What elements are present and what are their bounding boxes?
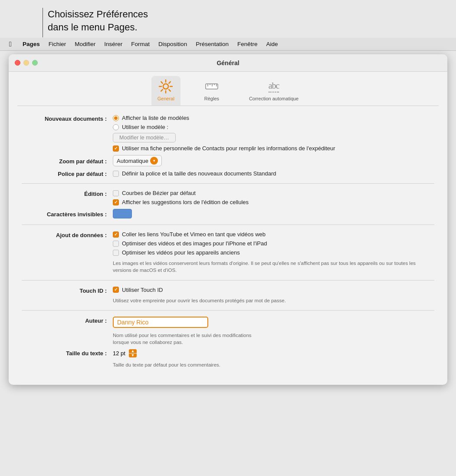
minimize-button[interactable] — [23, 60, 29, 66]
checkbox-suggestions[interactable] — [113, 199, 119, 205]
ajout-donnees-row: Ajout de données : Coller les liens YouT… — [22, 231, 434, 274]
ruler-icon — [204, 79, 220, 94]
menu-fichier[interactable]: Fichier — [44, 38, 71, 50]
checkbox-police[interactable] — [113, 171, 119, 177]
menu-inserer[interactable]: Insérer — [100, 38, 127, 50]
settings-content: Nouveaux documents : Afficher la liste d… — [9, 106, 447, 385]
checkbox-youtube[interactable] — [113, 231, 119, 238]
svg-rect-9 — [206, 84, 218, 89]
svg-line-6 — [169, 90, 171, 92]
zoom-option: Automatique ▾ — [113, 155, 434, 166]
zoom-value: Automatique — [117, 158, 148, 164]
option-use-model: Utiliser le modèle : — [113, 124, 434, 130]
nouveaux-documents-content: Afficher la liste de modèles Utiliser le… — [113, 115, 434, 152]
tab-autocorrect-label: Correction automatique — [249, 96, 299, 101]
taille-texte-desc: Taille du texte par défaut pour les comm… — [113, 361, 434, 368]
edition-label: Édition : — [22, 190, 113, 197]
police-label: Police par défaut : — [22, 170, 113, 177]
auteur-row: Auteur : Nom utilisé pour les commentair… — [22, 317, 434, 346]
menu-disposition[interactable]: Disposition — [154, 38, 191, 50]
zoom-label: Zoom par défaut : — [22, 157, 113, 165]
tab-rules-label: Règles — [204, 96, 219, 101]
taille-texte-row: Taille du texte : 12 pt ▲ ▼ Taille du te… — [22, 349, 434, 368]
apple-menu[interactable]:  — [4, 40, 16, 48]
zoom-dropdown[interactable]: Automatique ▾ — [113, 155, 162, 166]
option-show-models-label: Afficher la liste de modèles — [122, 115, 189, 121]
ajout-donnees-content: Coller les liens YouTube et Vimeo en tan… — [113, 231, 434, 274]
option-optimize-old-label: Optimiser les vidéos pour les appareils … — [122, 249, 240, 256]
gear-icon — [158, 79, 174, 94]
radio-use-model[interactable] — [113, 124, 119, 130]
option-optimize-old: Optimiser les vidéos pour les appareils … — [113, 249, 434, 256]
menubar:  Pages Fichier Modifier Insérer Format … — [0, 38, 456, 51]
annotation-text: Choisissez Préférences dans le menu Page… — [48, 8, 443, 33]
maximize-button[interactable] — [32, 60, 38, 66]
menu-fenetre[interactable]: Fenêtre — [233, 38, 262, 50]
zoom-row: Zoom par défaut : Automatique ▾ — [22, 155, 434, 166]
auteur-desc: Nom utilisé pour les commentaires et le … — [113, 332, 434, 346]
divider-2 — [22, 225, 434, 225]
menu-presentation[interactable]: Présentation — [191, 38, 233, 50]
svg-line-7 — [169, 82, 171, 84]
taille-texte-decrement[interactable]: ▼ — [129, 354, 137, 357]
edition-content: Courbes de Bézier par défaut Afficher le… — [113, 190, 434, 205]
option-youtube-label: Coller les liens YouTube et Vimeo en tan… — [122, 231, 266, 238]
checkbox-contacts[interactable] — [113, 145, 119, 152]
modify-model-button[interactable]: Modifier le modèle… — [113, 133, 176, 142]
window-title: Général — [217, 60, 239, 66]
ajout-donnees-desc: Les images et les vidéos conserveront le… — [113, 260, 434, 274]
menu-pages[interactable]: Pages — [18, 38, 44, 50]
touch-id-content: Utiliser Touch ID Utilisez votre emprein… — [113, 287, 434, 304]
menu-modifier[interactable]: Modifier — [70, 38, 100, 50]
radio-show-models[interactable] — [113, 115, 119, 121]
tab-general-label: General — [157, 96, 174, 101]
close-button[interactable] — [15, 60, 20, 66]
divider-4 — [22, 310, 434, 311]
nouveaux-documents-row: Nouveaux documents : Afficher la liste d… — [22, 115, 434, 152]
nouveaux-documents-label: Nouveaux documents : — [22, 115, 113, 122]
tab-toolbar: General Règles abc Correction automa — [9, 72, 447, 106]
option-bezier: Courbes de Bézier par défaut — [113, 190, 434, 196]
preferences-window: Général — [9, 54, 447, 385]
svg-line-5 — [161, 82, 163, 84]
checkbox-touch-id[interactable] — [113, 287, 119, 293]
police-text: Définir la police et la taille des nouve… — [122, 170, 276, 177]
checkbox-bezier[interactable] — [113, 190, 119, 196]
divider-3 — [22, 280, 434, 281]
option-youtube: Coller les liens YouTube et Vimeo en tan… — [113, 231, 434, 238]
option-optimize-iphone: Optimiser des vidéos et des images pour … — [113, 240, 434, 247]
option-show-models: Afficher la liste de modèles — [113, 115, 434, 121]
taille-texte-content: 12 pt ▲ ▼ Taille du texte par défaut pou… — [113, 349, 434, 368]
auteur-input[interactable] — [113, 317, 208, 328]
option-contacts: Utiliser ma fiche personnelle de Contact… — [113, 145, 434, 152]
police-option: Définir la police et la taille des nouve… — [113, 170, 434, 177]
annotation-line — [43, 8, 43, 37]
tab-general[interactable]: General — [151, 76, 180, 106]
caracteres-content — [113, 209, 434, 218]
auteur-content: Nom utilisé pour les commentaires et le … — [113, 317, 434, 346]
svg-line-8 — [161, 90, 163, 92]
auteur-label: Auteur : — [22, 317, 113, 324]
menu-format[interactable]: Format — [127, 38, 154, 50]
dropdown-arrow-icon: ▾ — [150, 157, 158, 165]
touch-id-desc: Utilisez votre empreinte pour ouvrir les… — [113, 297, 434, 304]
checkbox-optimize-old[interactable] — [113, 250, 119, 256]
tab-autocorrect[interactable]: abc Correction automatique — [243, 76, 305, 106]
police-row: Police par défaut : Définir la police et… — [22, 170, 434, 177]
zoom-content: Automatique ▾ — [113, 155, 434, 166]
taille-texte-increment[interactable]: ▲ — [129, 349, 137, 353]
option-use-model-label: Utiliser le modèle : — [122, 124, 168, 130]
menu-aide[interactable]: Aide — [262, 38, 282, 50]
annotation: Choisissez Préférences dans le menu Page… — [0, 0, 456, 38]
invisible-chars-color[interactable] — [113, 209, 132, 218]
edition-row: Édition : Courbes de Bézier par défaut A… — [22, 190, 434, 205]
taille-texte-label: Taille du texte : — [22, 349, 113, 357]
divider-1 — [22, 183, 434, 184]
option-touch-id: Utiliser Touch ID — [113, 287, 434, 293]
tab-rules[interactable]: Règles — [198, 76, 226, 106]
caracteres-row: Caractères invisibles : — [22, 209, 434, 218]
checkbox-optimize-iphone[interactable] — [113, 241, 119, 247]
option-touch-id-label: Utiliser Touch ID — [122, 287, 163, 293]
ajout-donnees-label: Ajout de données : — [22, 231, 113, 238]
titlebar: Général — [9, 54, 447, 72]
